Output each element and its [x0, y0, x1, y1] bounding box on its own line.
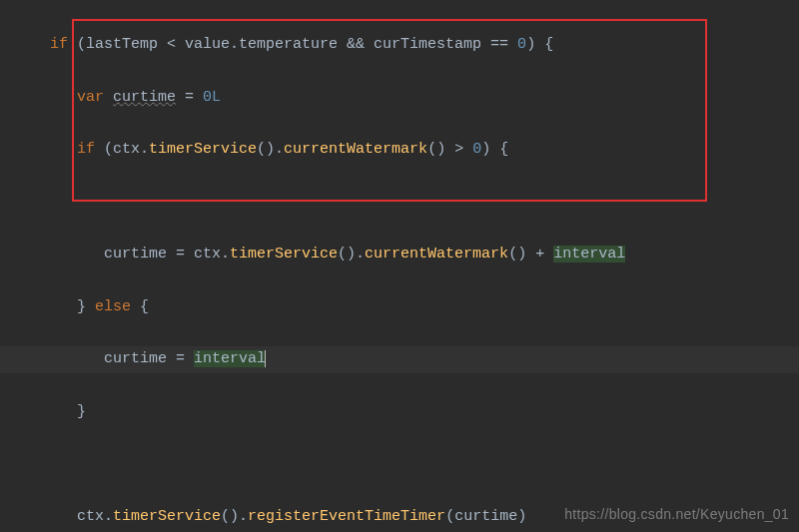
- code-line-active: curtime = interval: [0, 346, 799, 372]
- code-line: curtime = ctx.timerService().currentWate…: [0, 242, 799, 267]
- code-block: if (lastTemp < value.temperature && curT…: [0, 0, 799, 532]
- code-line: [0, 190, 799, 216]
- code-line: [0, 451, 799, 477]
- code-line: if (ctx.timerService().currentWatermark(…: [0, 137, 799, 163]
- code-line: } else {: [0, 294, 799, 320]
- code-line: var curtime = 0L: [0, 85, 799, 111]
- code-line: if (lastTemp < value.temperature && curT…: [0, 32, 799, 58]
- code-line: }: [0, 399, 799, 425]
- watermark-text: https://blog.csdn.net/Keyuchen_01: [564, 502, 789, 527]
